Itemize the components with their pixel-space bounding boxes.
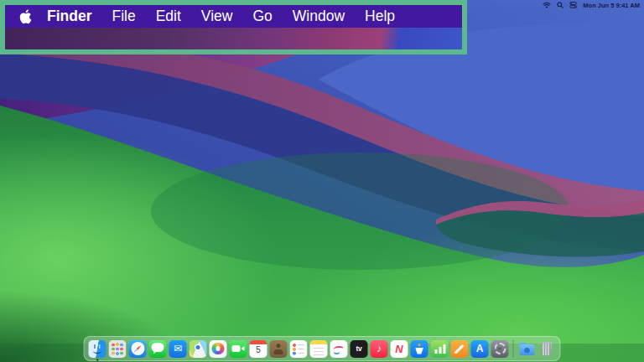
appstore-logo: A bbox=[476, 344, 484, 354]
dock-separator bbox=[513, 340, 514, 357]
dock-item-trash[interactable] bbox=[538, 340, 556, 358]
dock: ✉ 5 tv ♪ N A bbox=[84, 336, 561, 361]
magnified-menu-bar: Finder File Edit View Go Window Help bbox=[5, 5, 462, 28]
magnified-wallpaper-strip bbox=[5, 28, 462, 49]
dock-item-safari[interactable] bbox=[129, 340, 147, 358]
menu-item-file[interactable]: File bbox=[101, 5, 145, 28]
dock-item-maps[interactable] bbox=[190, 340, 207, 358]
dock-item-keynote[interactable] bbox=[411, 340, 428, 358]
dock-item-news[interactable]: N bbox=[391, 340, 408, 358]
desktop: Mon Jun 5 9:41 AM Finder File Edit View … bbox=[0, 0, 644, 362]
wifi-icon[interactable] bbox=[543, 2, 551, 8]
dock-item-numbers[interactable] bbox=[431, 340, 449, 358]
dock-item-launchpad[interactable] bbox=[109, 340, 127, 358]
dock-item-contacts[interactable] bbox=[270, 340, 288, 358]
dock-item-facetime[interactable] bbox=[230, 340, 247, 358]
menu-item-help[interactable]: Help bbox=[355, 5, 405, 28]
dock-item-freeform[interactable] bbox=[330, 340, 348, 358]
dock-item-pages[interactable] bbox=[451, 340, 469, 358]
tv-logo: tv bbox=[356, 345, 362, 353]
mail-icon: ✉ bbox=[174, 344, 182, 354]
dock-item-reminders[interactable] bbox=[290, 340, 308, 358]
dock-item-tv[interactable]: tv bbox=[351, 340, 368, 358]
search-icon[interactable] bbox=[557, 2, 564, 8]
dock-item-notes[interactable] bbox=[310, 340, 328, 358]
news-logo: N bbox=[395, 344, 402, 354]
menu-bar-clock[interactable]: Mon Jun 5 9:41 AM bbox=[583, 2, 640, 9]
dock-item-appstore[interactable]: A bbox=[471, 340, 489, 358]
dock-item-downloads-folder[interactable] bbox=[518, 340, 536, 358]
control-center-icon[interactable] bbox=[569, 2, 577, 8]
menu-item-finder[interactable]: Finder bbox=[37, 5, 101, 28]
annotation-highlight-box: Finder File Edit View Go Window Help bbox=[0, 0, 467, 54]
running-indicator bbox=[96, 359, 99, 361]
dock-item-system-settings[interactable] bbox=[491, 340, 509, 358]
dock-item-photos[interactable] bbox=[210, 340, 227, 358]
dock-item-finder[interactable] bbox=[89, 340, 106, 358]
dock-item-music[interactable]: ♪ bbox=[371, 340, 388, 358]
music-note-icon: ♪ bbox=[377, 344, 382, 354]
dock-item-mail[interactable]: ✉ bbox=[169, 340, 187, 358]
menu-item-edit[interactable]: Edit bbox=[146, 5, 191, 28]
dock-item-messages[interactable] bbox=[149, 340, 167, 358]
menu-item-go[interactable]: Go bbox=[242, 5, 282, 28]
dock-item-calendar[interactable]: 5 bbox=[250, 340, 267, 358]
menu-item-window[interactable]: Window bbox=[283, 5, 355, 28]
calendar-day: 5 bbox=[256, 346, 261, 354]
menu-item-view[interactable]: View bbox=[191, 5, 243, 28]
menu-bar-status-area: Mon Jun 5 9:41 AM bbox=[543, 0, 644, 10]
apple-logo-icon[interactable] bbox=[19, 9, 32, 24]
